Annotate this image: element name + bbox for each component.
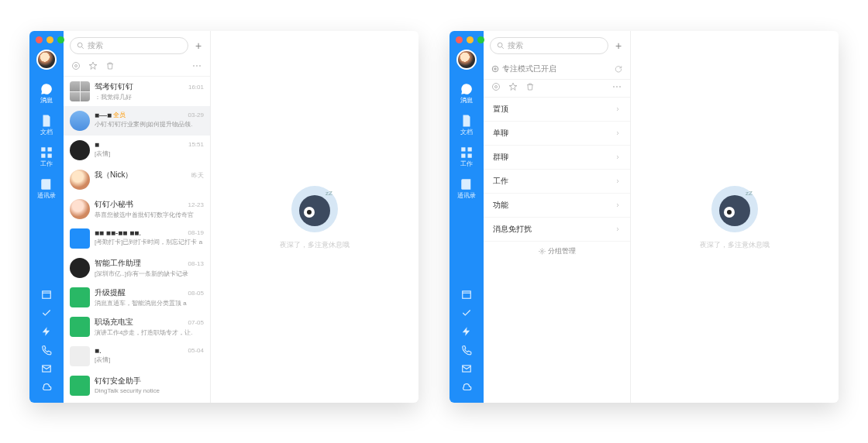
conversation-item[interactable]: ■15:51[表情] [64,136,210,165]
book-icon [460,177,474,191]
refresh-icon[interactable] [615,65,622,73]
group-item[interactable]: 功能 [484,194,630,218]
conversation-title: 升级提醒 [95,287,126,298]
group-item[interactable]: 单聊 [484,122,630,146]
nav-contacts[interactable]: 通讯录 [29,173,64,204]
phone-button[interactable] [41,341,52,359]
conversation-subtitle: [表情] [95,355,204,364]
conversation-title: 我（Nick） [95,170,133,180]
user-avatar[interactable] [456,50,477,70]
conversation-time: 08-19 [188,229,204,236]
conversation-avatar [70,317,90,337]
nav-docs[interactable]: 文档 [450,109,484,141]
search-input[interactable]: 搜索 [490,37,608,54]
compose-button[interactable]: + [193,40,204,51]
mail-button[interactable] [41,359,52,378]
trash-icon[interactable] [105,61,115,70]
nav-messages[interactable]: 消息 [29,77,64,109]
doc-icon [40,114,53,128]
conversation-time: 05-04 [188,347,204,354]
flash-button[interactable] [41,322,52,341]
check-button[interactable] [461,304,472,322]
conversation-item[interactable]: ■■ ■■-■■ ■■.08-19[考勤打卡]已到打卡时间，别忘记打卡 a [64,224,210,253]
group-manage-button[interactable]: 分组管理 [484,242,630,261]
group-item[interactable]: 消息免打扰 [484,218,630,242]
svg-point-10 [299,195,330,226]
flash-button[interactable] [461,322,472,341]
phone-icon [41,345,52,355]
at-icon[interactable] [491,82,501,91]
calendar-button[interactable] [461,285,472,304]
conversation-subtitle: [表情] [95,149,204,158]
group-label: 功能 [493,200,508,211]
chevron-right-icon [615,202,621,208]
traffic-lights[interactable] [456,36,484,43]
conversation-item[interactable]: 职场充电宝07-05演讲工作4步走，打造职场专才，让. [64,312,210,342]
star-icon[interactable] [508,82,518,91]
at-icon[interactable] [71,61,81,70]
svg-rect-1 [48,147,52,151]
svg-point-25 [541,250,542,252]
nav-docs[interactable]: 文档 [29,109,64,141]
grid-icon [460,146,474,160]
mail-icon [461,363,472,374]
svg-rect-4 [43,291,51,298]
mail-button[interactable] [461,359,472,378]
conversation-item[interactable]: 智能工作助理08-13[深圳市亿..]你有一条新的缺卡记录 [64,253,210,283]
sidebar: 消息 文档 工作 通讯录 [29,31,64,403]
more-button[interactable]: ⋯ [612,81,622,92]
group-item[interactable]: 工作 [484,170,630,194]
conversation-item[interactable]: 升级提醒08-05消息直通车，智能消息分类置顶 a [64,283,210,312]
focus-mode-row[interactable]: 专注模式已开启 [484,59,630,80]
empty-state-text: 夜深了，多注意休息哦 [700,240,770,250]
empty-state-text: 夜深了，多注意休息哦 [280,240,350,250]
chat-icon [460,82,474,96]
svg-point-29 [727,210,732,215]
cloud-button[interactable] [461,378,472,397]
book-icon [40,177,53,191]
nav-work[interactable]: 工作 [29,141,64,173]
trash-icon[interactable] [525,82,535,91]
nav-messages[interactable]: 消息 [450,77,484,109]
svg-rect-14 [461,147,465,151]
conversation-subtitle: [考勤打卡]已到打卡时间，别忘记打卡 a [95,238,204,246]
group-item[interactable]: 置顶 [484,98,630,122]
conversation-item[interactable]: 驾考钉钉钉16:01：我觉得几好 [64,77,210,106]
calendar-button[interactable] [41,285,52,304]
nav-contacts[interactable]: 通讯录 [450,173,484,204]
group-item[interactable]: 群聊 [484,146,630,170]
more-button[interactable]: ⋯ [192,60,202,71]
nav-work[interactable]: 工作 [450,141,484,173]
compose-button[interactable]: + [613,40,624,51]
conversation-avatar [70,111,90,131]
main-area: zZ 夜深了，多注意休息哦 [211,31,418,403]
conversation-time: 03-29 [188,112,204,118]
conversation-item[interactable]: ■—■全员03-29小钉:钉钉行业案例|如何提升物品领. [64,106,210,136]
check-button[interactable] [41,304,52,322]
conversation-time: 15:51 [188,141,204,148]
conversation-item[interactable]: 钉钉安全助手DingTalk security notice [64,371,210,400]
cloud-button[interactable] [41,378,52,397]
sidebar-bottom [461,285,472,403]
svg-point-24 [495,86,498,88]
group-list: 置顶单聊群聊工作功能消息免打扰 [484,98,630,242]
conversation-title: 职场充电宝 [95,317,133,328]
search-input[interactable]: 搜索 [70,37,188,54]
conversation-item[interactable]: 我（Nick）昨天 [64,165,210,194]
conversation-title: 钉钉安全助手 [95,376,141,386]
conversation-avatar [70,199,90,219]
conversation-item[interactable]: 钉钉小秘书12-23恭喜您被选中首批钉钉数字化传奇官 [64,194,210,224]
conversation-list[interactable]: 驾考钉钉钉16:01：我觉得几好■—■全员03-29小钉:钉钉行业案例|如何提升… [64,77,210,403]
grid-icon [40,146,53,160]
user-avatar[interactable] [36,50,57,70]
group-label: 置顶 [493,104,508,115]
conversation-item[interactable]: ■.05-04[表情] [64,342,210,371]
conversation-time: 16:01 [188,84,204,91]
star-icon[interactable] [88,61,98,70]
phone-button[interactable] [461,341,472,359]
conversation-title: ■■ ■■-■■ ■■. [95,228,141,237]
chevron-right-icon [615,154,621,160]
owl-illustration: zZ [290,184,339,234]
traffic-lights[interactable] [36,36,64,43]
conversation-subtitle: ：我觉得几好 [95,93,204,101]
